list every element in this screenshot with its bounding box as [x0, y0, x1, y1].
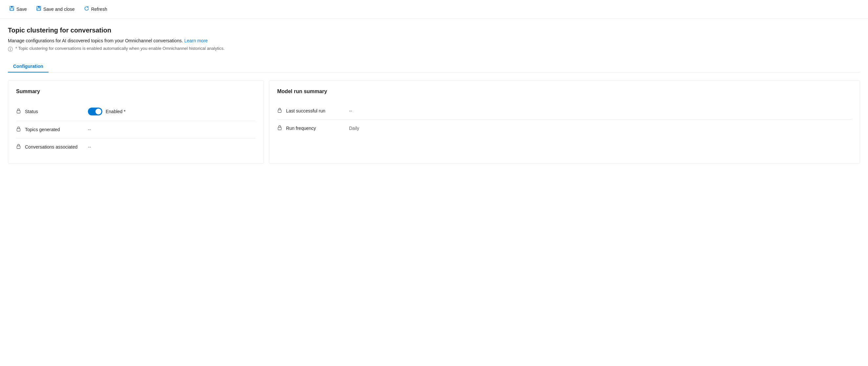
- model-run-card-title: Model run summary: [277, 89, 852, 94]
- save-icon: [9, 6, 14, 12]
- page-title: Topic clustering for conversation: [8, 27, 860, 34]
- refresh-icon: [84, 6, 89, 12]
- status-toggle-container: Enabled *: [88, 108, 126, 116]
- topics-generated-label: Topics generated: [25, 127, 84, 132]
- status-toggle[interactable]: [88, 108, 102, 116]
- status-label: Status: [25, 109, 84, 114]
- last-run-value: --: [349, 108, 352, 114]
- conversations-lock-icon: [16, 144, 21, 150]
- svg-rect-7: [17, 111, 20, 113]
- description-text: Manage configurations for AI discovered …: [8, 38, 183, 43]
- toolbar: Save Save and close Refresh: [0, 0, 868, 19]
- run-frequency-lock-icon: [277, 125, 282, 131]
- info-note-text: * Topic clustering for conversations is …: [16, 46, 225, 51]
- save-close-label: Save and close: [43, 6, 75, 12]
- info-icon: ⓘ: [8, 46, 13, 53]
- save-label: Save: [17, 6, 27, 12]
- main-content: Topic clustering for conversation Manage…: [0, 19, 868, 172]
- tabs-container: Configuration: [8, 60, 860, 72]
- topics-lock-icon: [16, 126, 21, 133]
- summary-card-title: Summary: [16, 89, 255, 94]
- conversations-associated-label: Conversations associated: [25, 144, 84, 150]
- run-frequency-value: Daily: [349, 126, 359, 131]
- run-frequency-field-row: Run frequency Daily: [277, 120, 852, 137]
- refresh-label: Refresh: [91, 6, 107, 12]
- save-button[interactable]: Save: [5, 4, 31, 14]
- info-note: ⓘ * Topic clustering for conversations i…: [8, 46, 860, 53]
- topics-generated-value: --: [88, 127, 91, 132]
- last-run-label: Last successful run: [286, 108, 345, 114]
- svg-rect-4: [38, 6, 40, 7]
- svg-rect-8: [17, 128, 20, 131]
- model-run-card: Model run summary Last successful run --: [269, 80, 860, 164]
- svg-rect-1: [11, 6, 13, 7]
- summary-card: Summary Status Enabled *: [8, 80, 264, 164]
- run-frequency-label: Run frequency: [286, 126, 345, 131]
- topics-generated-field-row: Topics generated --: [16, 121, 255, 139]
- refresh-button[interactable]: Refresh: [80, 4, 111, 14]
- save-close-button[interactable]: Save and close: [32, 4, 79, 14]
- conversations-associated-field-row: Conversations associated --: [16, 139, 255, 155]
- toggle-slider: [88, 108, 102, 116]
- svg-rect-11: [278, 127, 281, 130]
- svg-rect-9: [17, 146, 20, 149]
- cards-row: Summary Status Enabled *: [8, 80, 860, 164]
- svg-rect-2: [10, 8, 13, 10]
- save-close-icon: [36, 6, 41, 12]
- status-lock-icon: [16, 108, 21, 115]
- svg-rect-5: [37, 8, 40, 10]
- status-toggle-label: Enabled *: [105, 109, 126, 114]
- last-run-field-row: Last successful run --: [277, 102, 852, 120]
- svg-rect-10: [278, 110, 281, 113]
- page-description: Manage configurations for AI discovered …: [8, 38, 860, 43]
- status-field-row: Status Enabled *: [16, 102, 255, 121]
- learn-more-link[interactable]: Learn more: [184, 38, 208, 43]
- tab-configuration[interactable]: Configuration: [8, 60, 49, 72]
- conversations-associated-value: --: [88, 144, 91, 150]
- last-run-lock-icon: [277, 108, 282, 114]
